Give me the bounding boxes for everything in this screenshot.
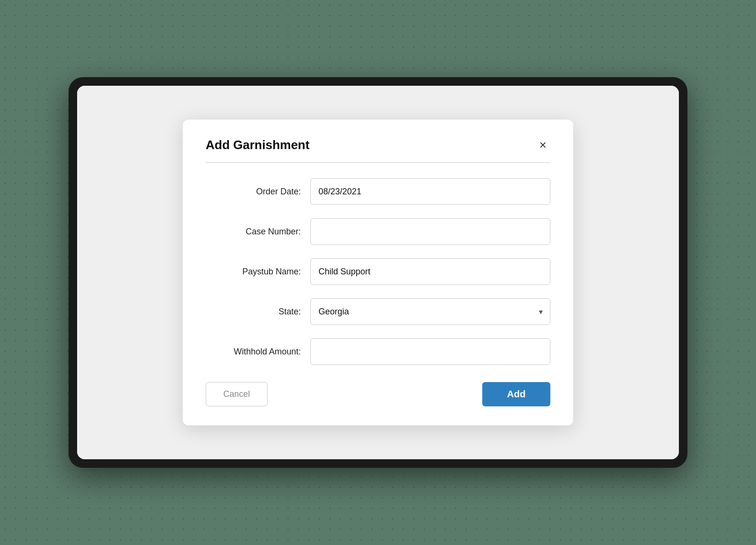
withhold-amount-label: Withhold Amount: [206,347,310,357]
modal-overlay: Add Garnishment × Order Date: Case Numbe… [77,86,679,459]
state-group: State: Georgia Alabama Alaska Arizona Ca… [206,298,550,325]
modal-divider [206,162,550,163]
withhold-amount-group: Withhold Amount: [206,338,550,365]
cancel-button[interactable]: Cancel [206,382,268,406]
add-button[interactable]: Add [482,382,550,406]
paystub-name-label: Paystub Name: [206,267,310,277]
modal-dialog: Add Garnishment × Order Date: Case Numbe… [183,120,573,425]
case-number-input[interactable] [310,218,550,245]
modal-header: Add Garnishment × [206,137,550,153]
withhold-amount-input[interactable] [310,338,550,365]
order-date-label: Order Date: [206,187,310,197]
close-button[interactable]: × [536,137,550,153]
order-date-group: Order Date: [206,178,550,205]
state-label: State: [206,307,310,317]
modal-footer: Cancel Add [206,382,550,406]
paystub-name-input[interactable] [310,258,550,285]
case-number-label: Case Number: [206,227,310,237]
modal-title: Add Garnishment [206,138,309,152]
state-select-wrapper: Georgia Alabama Alaska Arizona Californi… [310,298,550,325]
paystub-name-group: Paystub Name: [206,258,550,285]
order-date-input[interactable] [310,178,550,205]
device-frame: Add Garnishment × Order Date: Case Numbe… [69,77,687,468]
device-screen: Add Garnishment × Order Date: Case Numbe… [77,86,679,459]
state-select[interactable]: Georgia Alabama Alaska Arizona Californi… [310,298,550,325]
case-number-group: Case Number: [206,218,550,245]
